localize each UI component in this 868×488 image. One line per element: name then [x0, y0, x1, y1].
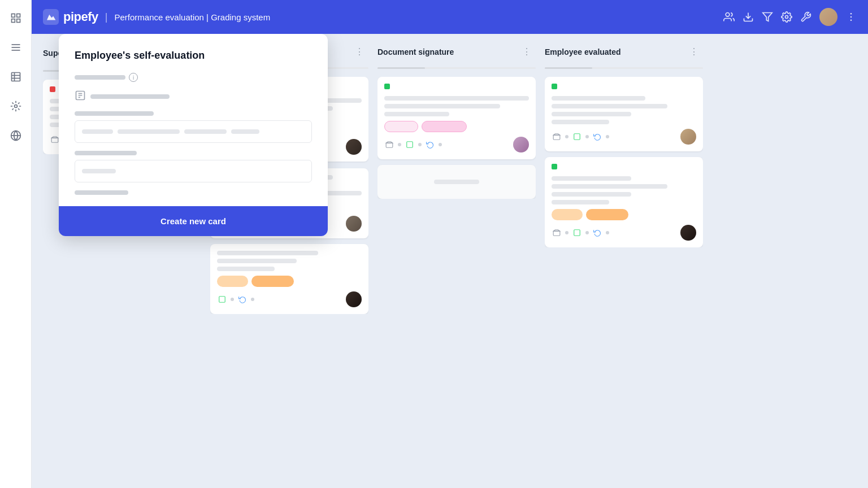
- more-options-icon[interactable]: [845, 11, 857, 23]
- form-input-1[interactable]: [75, 120, 312, 143]
- column-employee-evaluated: Employee evaluated ⋮: [545, 45, 703, 247]
- card-icon-sync[interactable]: [592, 228, 602, 238]
- card-indicator-green: [552, 164, 557, 169]
- export-icon[interactable]: [743, 11, 754, 23]
- card-dot: [398, 143, 401, 146]
- sidebar-item-table[interactable]: [7, 68, 25, 86]
- form-field-1: i: [75, 73, 312, 82]
- card-line: [552, 192, 631, 197]
- form-section-label-1: [75, 111, 154, 116]
- header-divider: |: [105, 11, 108, 23]
- sidebar-item-list[interactable]: [7, 38, 25, 56]
- logo-mark: [43, 9, 59, 25]
- filter-icon[interactable]: [762, 11, 773, 23]
- card-icons: [552, 132, 609, 142]
- card-avatar: [346, 216, 362, 232]
- card-line: [552, 200, 609, 204]
- card-icon-archive[interactable]: [384, 140, 394, 150]
- form-field-label-1: i: [75, 73, 312, 82]
- card-final-3[interactable]: [210, 244, 368, 314]
- card-icon-archive[interactable]: [552, 228, 562, 238]
- card-avatar: [513, 137, 529, 152]
- card-avatar: [346, 139, 362, 155]
- card-line: [217, 251, 318, 255]
- card-line: [384, 104, 500, 108]
- card-tag-orange2: [586, 209, 628, 220]
- column-menu-employee[interactable]: ⋮: [687, 45, 701, 58]
- card-icon-sync[interactable]: [425, 140, 435, 150]
- card-tags: [552, 209, 696, 220]
- card-dot: [418, 143, 422, 146]
- card-document-2[interactable]: [377, 165, 536, 199]
- svg-rect-33: [574, 230, 580, 236]
- card-icons: [384, 140, 442, 150]
- column-title-document: Document signature: [377, 47, 515, 56]
- wrench-icon[interactable]: [800, 11, 811, 23]
- svg-rect-31: [574, 134, 580, 140]
- column-progress-fill: [545, 67, 592, 69]
- create-card-button[interactable]: Create new card: [59, 206, 328, 236]
- card-line: [384, 112, 449, 116]
- card-footer: [384, 137, 529, 152]
- input-bar: [184, 129, 227, 134]
- card-document-1[interactable]: [377, 77, 536, 159]
- svg-rect-2: [11, 19, 15, 23]
- column-menu-final[interactable]: ⋮: [353, 45, 366, 58]
- create-card-label: Create new card: [160, 216, 226, 226]
- card-line: [552, 104, 667, 108]
- logo: pipefy: [43, 9, 98, 25]
- column-cards-employee: [545, 77, 703, 247]
- svg-point-15: [726, 13, 730, 17]
- card-icon-archive[interactable]: [552, 132, 562, 142]
- svg-rect-22: [51, 138, 58, 142]
- svg-rect-29: [407, 142, 413, 148]
- input-bar-2: [82, 169, 116, 173]
- card-icon-sync[interactable]: [592, 132, 602, 142]
- card-tags: [384, 121, 529, 132]
- card-icon-edit[interactable]: [405, 140, 415, 150]
- form-label-bar-1: [75, 75, 125, 80]
- card-employee-1[interactable]: [545, 77, 703, 151]
- column-title-employee: Employee evaluated: [545, 47, 683, 56]
- card-dot: [585, 231, 589, 234]
- form-input-2[interactable]: [75, 160, 312, 182]
- card-avatar: [346, 291, 362, 307]
- card-line: [552, 112, 631, 116]
- column-progress-employee: [545, 67, 703, 69]
- column-header-employee: Employee evaluated ⋮: [545, 45, 703, 62]
- card-avatar: [680, 225, 696, 241]
- card-footer: [552, 225, 696, 241]
- sidebar-item-globe[interactable]: [7, 127, 25, 145]
- card-tags: [217, 276, 362, 287]
- form-extra-label: [75, 190, 128, 195]
- svg-rect-27: [219, 297, 225, 303]
- card-icon-edit[interactable]: [217, 294, 227, 304]
- svg-rect-30: [553, 135, 560, 140]
- column-document-signature: Document signature ⋮: [377, 45, 536, 199]
- card-footer: [217, 291, 362, 307]
- card-dot: [606, 135, 609, 138]
- form-section-label-2: [75, 151, 137, 155]
- card-icon-edit[interactable]: [572, 132, 582, 142]
- settings-icon[interactable]: [781, 11, 792, 23]
- form-assignee-bar: [90, 94, 170, 99]
- users-icon[interactable]: [723, 11, 735, 23]
- card-tag-orange: [217, 276, 248, 287]
- card-line: [552, 120, 609, 124]
- column-menu-document[interactable]: ⋮: [520, 45, 533, 58]
- card-employee-2[interactable]: [545, 157, 703, 247]
- user-avatar[interactable]: [819, 8, 837, 26]
- sidebar: [0, 0, 32, 488]
- board-area: Supervisor's evaluation + ⋮: [32, 34, 868, 488]
- svg-rect-3: [16, 19, 20, 23]
- sidebar-item-dashboard[interactable]: [7, 9, 25, 27]
- card-tag-orange2: [251, 276, 294, 287]
- assignee-icon: [75, 90, 86, 103]
- card-tag-pink2: [422, 121, 467, 132]
- form-body: Employee's self-evaluation i: [59, 34, 328, 206]
- sidebar-item-automation[interactable]: [7, 97, 25, 115]
- card-avatar: [680, 129, 696, 145]
- card-icon-sync[interactable]: [237, 294, 248, 304]
- svg-rect-32: [553, 231, 560, 236]
- card-icon-edit[interactable]: [572, 228, 582, 238]
